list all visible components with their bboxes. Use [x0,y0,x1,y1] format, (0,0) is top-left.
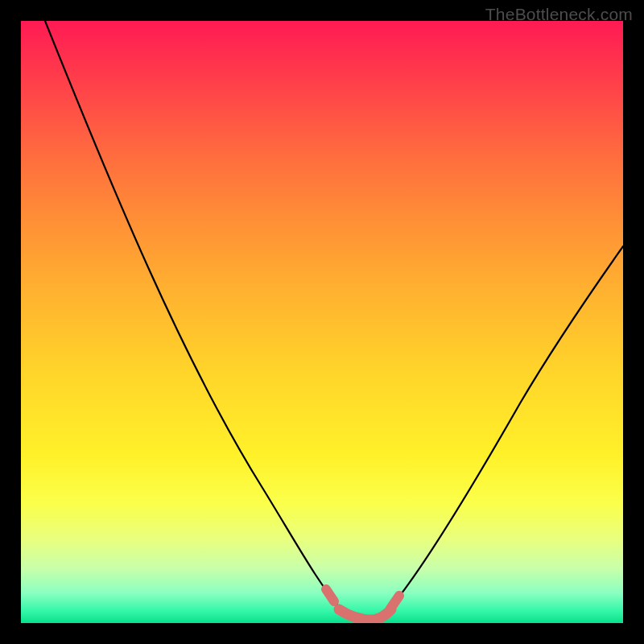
right-entry-dot [390,596,399,609]
gradient-plot-area [21,21,623,623]
watermark-text: TheBottleneck.com [485,5,633,24]
outer-frame: TheBottleneck.com [0,0,644,644]
bottom-highlight-stroke [339,609,391,620]
bottleneck-curve-right [390,246,623,609]
bottleneck-curve-left [45,21,341,609]
left-entry-dot [326,589,334,601]
chart-svg [21,21,623,623]
